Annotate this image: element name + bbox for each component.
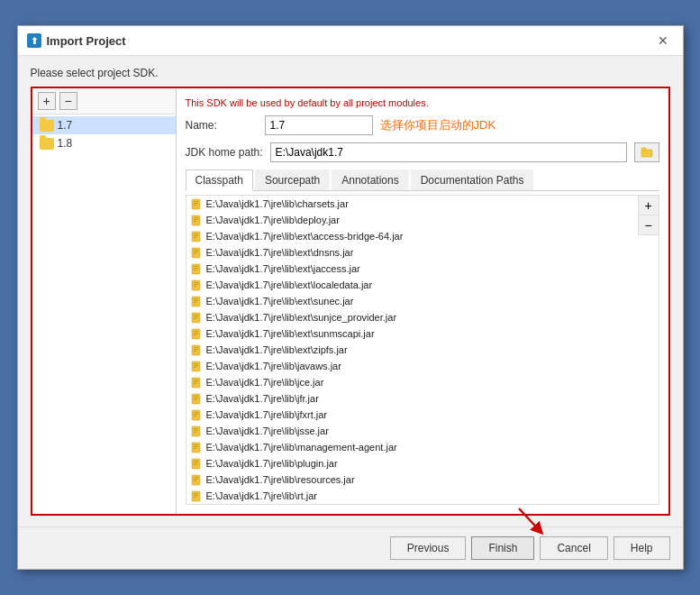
jdk-path-row: JDK home path:: [186, 142, 659, 162]
list-item[interactable]: E:\Java\jdk1.7\jre\lib\ext\sunec.jar: [186, 293, 637, 309]
import-project-dialog: ⬆ Import Project ✕ Please select project…: [17, 25, 684, 570]
svg-rect-71: [194, 477, 198, 478]
jdk-path-label: JDK home path:: [186, 146, 263, 159]
list-item[interactable]: E:\Java\jdk1.7\jre\lib\ext\sunjce_provid…: [186, 309, 637, 325]
jdk-path-input[interactable]: [270, 142, 627, 162]
svg-rect-29: [194, 302, 196, 303]
classpath-item-path: E:\Java\jdk1.7\jre\lib\ext\jaccess.jar: [206, 263, 360, 274]
list-item[interactable]: E:\Java\jdk1.7\jre\lib\jfxrt.jar: [186, 407, 637, 423]
svg-rect-43: [194, 363, 198, 364]
svg-rect-61: [194, 432, 196, 433]
svg-rect-44: [194, 365, 198, 366]
arrow-indicator: [512, 505, 548, 544]
svg-rect-53: [194, 399, 196, 400]
previous-button[interactable]: Previous: [390, 536, 467, 560]
sdk-tree-item-18[interactable]: 1.8: [32, 134, 176, 152]
list-item[interactable]: E:\Java\jdk1.7\jre\lib\ext\dnsns.jar: [186, 244, 637, 261]
svg-rect-73: [194, 481, 196, 481]
main-content-area: + − 1.7 1.8 This SDK will be u: [31, 87, 670, 516]
svg-rect-69: [194, 464, 196, 465]
svg-rect-4: [194, 203, 198, 204]
classpath-item-path: E:\Java\jdk1.7\jre\lib\deploy.jar: [206, 215, 340, 225]
svg-rect-45: [194, 367, 196, 368]
svg-rect-21: [194, 270, 196, 270]
classpath-item-path: E:\Java\jdk1.7\jre\lib\management-agent.…: [206, 442, 397, 453]
svg-rect-59: [194, 428, 198, 429]
sdk-tree-item-17[interactable]: 1.7: [32, 116, 176, 134]
jar-icon: [190, 392, 203, 405]
svg-rect-50: [192, 394, 200, 404]
list-item[interactable]: E:\Java\jdk1.7\jre\lib\charsets.jar: [186, 196, 637, 212]
list-item[interactable]: E:\Java\jdk1.7\jre\lib\management-agent.…: [186, 439, 637, 455]
subtitle-text: Please select project SDK.: [31, 67, 670, 79]
svg-rect-51: [194, 396, 198, 397]
classpath-item-path: E:\Java\jdk1.7\jre\lib\ext\sunmscapi.jar: [206, 328, 375, 339]
svg-rect-15: [194, 250, 198, 251]
list-item[interactable]: E:\Java\jdk1.7\jre\lib\ext\zipfs.jar: [186, 342, 637, 358]
classpath-list: E:\Java\jdk1.7\jre\lib\charsets.jar E:\J…: [186, 195, 659, 505]
close-button[interactable]: ✕: [652, 32, 674, 50]
svg-rect-76: [194, 495, 198, 496]
list-item[interactable]: E:\Java\jdk1.7\jre\lib\plugin.jar: [186, 455, 637, 471]
classpath-item-path: E:\Java\jdk1.7\jre\lib\ext\sunjce_provid…: [206, 312, 397, 323]
list-item[interactable]: E:\Java\jdk1.7\jre\lib\ext\sunmscapi.jar: [186, 325, 637, 342]
list-side-buttons: + −: [638, 196, 659, 235]
svg-rect-49: [194, 383, 196, 384]
classpath-item-path: E:\Java\jdk1.7\jre\lib\ext\dnsns.jar: [206, 247, 354, 258]
svg-rect-64: [194, 446, 198, 447]
jar-icon: [190, 408, 203, 421]
jar-icon: [190, 457, 203, 470]
svg-rect-77: [194, 497, 196, 498]
list-item[interactable]: E:\Java\jdk1.7\jre\lib\javaws.jar: [186, 358, 637, 374]
list-item[interactable]: E:\Java\jdk1.7\jre\lib\jce.jar: [186, 374, 637, 390]
classpath-item-path: E:\Java\jdk1.7\jre\lib\ext\access-bridge…: [206, 231, 404, 242]
svg-rect-68: [194, 462, 198, 463]
list-add-button[interactable]: +: [639, 196, 659, 215]
list-item[interactable]: E:\Java\jdk1.7\jre\lib\deploy.jar: [186, 212, 637, 228]
classpath-item-path: E:\Java\jdk1.7\jre\lib\ext\localedata.ja…: [206, 279, 373, 290]
dialog-footer: Previous Finish Cancel Help: [18, 526, 683, 569]
sdk-detail-panel: This SDK will be used by default by all …: [177, 88, 668, 514]
svg-rect-40: [194, 349, 198, 350]
list-item[interactable]: E:\Java\jdk1.7\jre\lib\ext\localedata.ja…: [186, 277, 637, 293]
svg-rect-5: [194, 205, 196, 206]
list-item[interactable]: E:\Java\jdk1.7\jre\lib\jsse.jar: [186, 423, 637, 439]
help-button[interactable]: Help: [614, 536, 670, 560]
svg-rect-67: [194, 461, 198, 462]
tab-documentation-paths[interactable]: Documentation Paths: [411, 169, 534, 190]
svg-rect-18: [192, 264, 200, 274]
jar-icon: [190, 279, 203, 291]
svg-rect-14: [192, 248, 200, 258]
list-remove-button[interactable]: −: [639, 215, 659, 235]
remove-sdk-button[interactable]: −: [59, 92, 77, 110]
list-item[interactable]: E:\Java\jdk1.7\jre\lib\rt.jar: [186, 488, 637, 504]
cancel-button[interactable]: Cancel: [540, 536, 607, 560]
add-sdk-button[interactable]: +: [38, 92, 56, 110]
list-item[interactable]: E:\Java\jdk1.7\jre\lib\ext\access-bridge…: [186, 228, 637, 244]
sdk-toolbar: + −: [32, 88, 176, 114]
svg-rect-70: [192, 475, 200, 485]
sdk-tree-list: 1.7 1.8: [32, 114, 176, 514]
name-input[interactable]: [265, 115, 373, 135]
tab-annotations[interactable]: Annotations: [332, 169, 408, 190]
list-item[interactable]: E:\Java\jdk1.7\jre\lib\resources.jar: [186, 471, 637, 488]
svg-rect-25: [194, 286, 196, 287]
classpath-item-path: E:\Java\jdk1.7\jre\lib\rt.jar: [206, 490, 318, 501]
name-row: Name: 选择你项目启动的JDK: [186, 115, 659, 135]
svg-rect-2: [192, 199, 200, 209]
svg-rect-41: [194, 351, 196, 352]
warning-text: This SDK will be used by default by all …: [186, 97, 659, 108]
svg-rect-52: [194, 398, 198, 398]
svg-rect-30: [192, 313, 200, 323]
browse-button[interactable]: [634, 142, 659, 162]
dialog-body: Please select project SDK. + − 1.7 1.8: [18, 56, 683, 526]
folder-icon-17: [40, 120, 54, 132]
list-item[interactable]: E:\Java\jdk1.7\jre\lib\jfr.jar: [186, 390, 637, 407]
svg-rect-9: [194, 221, 196, 222]
tab-sourcepath[interactable]: Sourcepath: [255, 169, 330, 190]
list-item[interactable]: E:\Java\jdk1.7\jre\lib\ext\jaccess.jar: [186, 261, 637, 277]
sdk-tree-item-18-label: 1.8: [58, 137, 73, 150]
svg-rect-7: [194, 217, 198, 218]
tab-classpath[interactable]: Classpath: [186, 169, 253, 191]
svg-rect-63: [194, 444, 198, 445]
